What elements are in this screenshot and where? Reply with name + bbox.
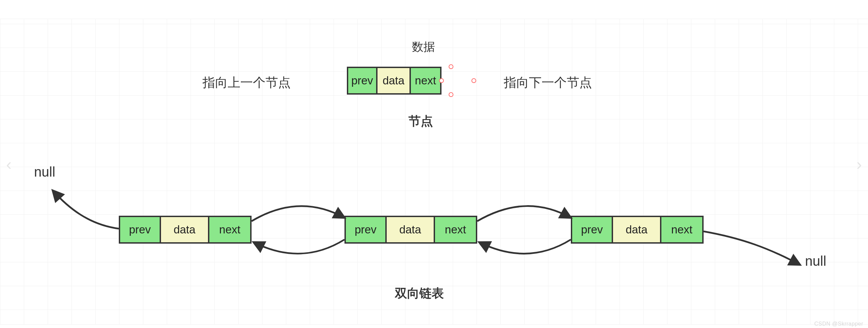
list-caption: 双向链表	[395, 285, 444, 302]
top-hairline	[0, 19, 868, 19]
list-node-1: prev data next	[119, 216, 252, 244]
n1-data: data	[161, 217, 209, 242]
selection-handle-left[interactable]	[439, 78, 444, 83]
n3-data: data	[613, 217, 661, 242]
point-next-label: 指向下一个节点	[504, 74, 592, 91]
watermark: CSDN @Skrrapper	[814, 321, 863, 327]
null-left-label: null	[34, 164, 55, 180]
n1-next: next	[209, 217, 250, 242]
n3-next: next	[661, 217, 702, 242]
selection-handle-bottom[interactable]	[449, 92, 453, 97]
null-right-label: null	[805, 253, 826, 269]
n2-prev: prev	[346, 217, 387, 242]
n3-prev: prev	[572, 217, 613, 242]
example-node[interactable]: prev data next	[347, 67, 441, 95]
n2-data: data	[387, 217, 435, 242]
n1-prev: prev	[120, 217, 161, 242]
selection-handle-right[interactable]	[471, 78, 476, 83]
list-node-3: prev data next	[571, 216, 704, 244]
bottom-hairline	[0, 324, 868, 325]
chevron-left-icon[interactable]: ‹	[6, 155, 12, 174]
n2-next: next	[435, 217, 476, 242]
chevron-right-icon[interactable]: ›	[856, 155, 862, 174]
node-prev-cell: prev	[348, 68, 377, 93]
node-data-cell: data	[377, 68, 411, 93]
data-caption: 数据	[412, 39, 435, 55]
selection-handle-top[interactable]	[449, 64, 453, 69]
list-node-2: prev data next	[344, 216, 477, 244]
diagram-canvas: ‹ › 数据 指向上一个节点 指向下一个节点 prev data next 节点…	[0, 0, 868, 328]
node-caption: 节点	[408, 113, 433, 130]
node-next-cell: next	[411, 68, 440, 93]
point-prev-label: 指向上一个节点	[203, 74, 291, 91]
